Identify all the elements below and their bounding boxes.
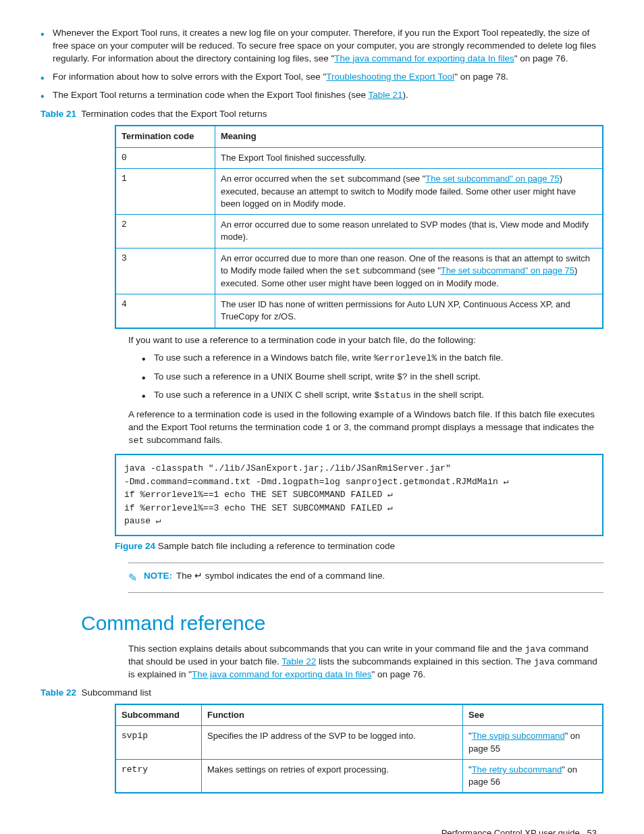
- inline-code: java: [534, 657, 555, 667]
- note-content: NOTE:The ↵ symbol indicates the end of a…: [144, 570, 385, 583]
- text: or: [331, 422, 344, 432]
- figure24-caption: Figure 24 Sample batch file including a …: [115, 540, 603, 553]
- td-func: Makes settings on retries of export proc…: [202, 759, 463, 793]
- td-meaning: An error occurred due to more than one r…: [215, 248, 603, 294]
- table21: Termination code Meaning 0 The Export To…: [115, 125, 603, 328]
- bullet-item: The Export Tool returns a termination co…: [41, 89, 603, 102]
- td-code: 3: [115, 248, 215, 294]
- bullet-item: To use such a reference in a Windows bat…: [142, 352, 603, 365]
- link-svpip[interactable]: The svpip subcommand: [472, 731, 565, 741]
- td-code: 4: [115, 294, 215, 328]
- table-title: Subcommand list: [82, 687, 152, 698]
- footer-title: Performance Control XP user guide: [441, 828, 580, 834]
- link-retry[interactable]: The retry subcommand: [472, 764, 562, 775]
- inline-code: set: [128, 436, 144, 446]
- td-code: 1: [115, 168, 215, 215]
- td-see: "The svpip subcommand" on page 55: [463, 726, 603, 759]
- bullet-text: ).: [403, 90, 408, 100]
- td-sub: svpip: [115, 726, 202, 759]
- table22: Subcommand Function See svpip Specifies …: [115, 704, 603, 793]
- inline-code: 3: [344, 423, 349, 433]
- note-text: The ↵ symbol indicates the end of a comm…: [176, 571, 385, 581]
- table-label: Table 22: [41, 687, 76, 698]
- note-box: ✎ NOTE:The ↵ symbol indicates the end of…: [128, 563, 603, 593]
- bullet-text: The Export Tool returns a termination co…: [53, 90, 369, 100]
- text: subcommand fails.: [144, 435, 222, 445]
- text: lists the subcommands explained in this …: [316, 656, 533, 667]
- link-table22[interactable]: Table 22: [281, 656, 316, 667]
- bullet-text: For information about how to solve error…: [53, 72, 326, 82]
- bullet-item: For information about how to solve error…: [41, 71, 603, 84]
- text: subcommand (see ": [346, 174, 426, 184]
- table22-caption: Table 22 Subcommand list: [41, 687, 603, 700]
- table-row: retry Makes settings on retries of expor…: [115, 759, 603, 793]
- inline-code: java: [525, 644, 546, 654]
- table-label: Table 21: [41, 109, 76, 119]
- text: An error occurred when the: [221, 174, 329, 184]
- bullet-item: To use such a reference in a UNIX C shel…: [142, 389, 603, 402]
- table-row: 4 The user ID has none of written permis…: [115, 294, 603, 328]
- inline-code: 1: [325, 423, 331, 433]
- table-header-row: Termination code Meaning: [115, 126, 603, 147]
- after-table-para: If you want to use a reference to a term…: [128, 334, 603, 347]
- figure-title: Sample batch file including a reference …: [158, 541, 395, 551]
- cmdref-para: This section explains details about subc…: [128, 643, 603, 681]
- text: This section explains details about subc…: [128, 644, 525, 654]
- table-row: 1 An error occurred when the set subcomm…: [115, 168, 603, 215]
- td-meaning: The user ID has none of written permissi…: [215, 294, 603, 328]
- td-see: "The retry subcommand" on page 56: [463, 759, 603, 793]
- td-meaning: The Export Tool finished successfully.: [215, 147, 603, 168]
- td-code: 2: [115, 215, 215, 248]
- link-java-cmd2[interactable]: The java command for exporting data In f…: [192, 669, 371, 679]
- link-set-subcommand[interactable]: The set subcommand" on page 75: [425, 174, 559, 184]
- note-label: NOTE:: [144, 571, 172, 581]
- link-table21[interactable]: Table 21: [369, 90, 403, 100]
- page-number: 53: [587, 828, 597, 834]
- code-sample: java -classpath "./lib/JSanExport.jar;./…: [115, 454, 603, 536]
- table21-caption: Table 21 Termination codes that the Expo…: [41, 108, 603, 121]
- bullet-text: " on page 78.: [454, 72, 508, 82]
- table-row: 2 An error occurred due to some reason u…: [115, 215, 603, 248]
- bullet-item: Whenever the Export Tool runs, it create…: [41, 27, 603, 66]
- td-sub: retry: [115, 759, 202, 793]
- table-row: 0 The Export Tool finished successfully.: [115, 147, 603, 168]
- table-title: Termination codes that the Export Tool r…: [81, 109, 267, 119]
- table-row: 3 An error occurred due to more than one…: [115, 248, 603, 294]
- figure-label: Figure 24: [115, 541, 155, 551]
- text: subcommand (see ": [360, 265, 441, 276]
- link-java-cmd[interactable]: The java command for exporting data In f…: [334, 53, 514, 63]
- td-meaning: An error occurred due to some reason unr…: [215, 215, 603, 248]
- page-footer: Performance Control XP user guide 53: [41, 827, 603, 834]
- th-code: Termination code: [115, 126, 215, 147]
- link-set-subcommand[interactable]: The set subcommand" on page 75: [441, 265, 574, 276]
- table-row: svpip Specifies the IP address of the SV…: [115, 726, 603, 759]
- inline-code: set: [329, 174, 345, 184]
- text: , the command prompt displays a message …: [349, 422, 594, 432]
- th-func: Function: [202, 704, 463, 726]
- td-code: 0: [115, 147, 215, 168]
- section-heading: Command reference: [81, 609, 603, 637]
- bullet-item: To use such a reference in a UNIX Bourne…: [142, 371, 603, 384]
- th-meaning: Meaning: [215, 126, 603, 147]
- inline-code: set: [345, 266, 360, 276]
- bullet-text: " on page 76.: [514, 53, 568, 63]
- td-func: Specifies the IP address of the SVP to b…: [202, 726, 463, 759]
- text: " on page 76.: [372, 669, 426, 679]
- link-troubleshooting[interactable]: Troubleshooting the Export Tool: [326, 72, 454, 82]
- intro-bullets: Whenever the Export Tool runs, it create…: [41, 27, 603, 101]
- ref-bullets: To use such a reference in a Windows bat…: [142, 352, 603, 402]
- example-para: A reference to a termination code is use…: [128, 409, 603, 447]
- td-meaning: An error occurred when the set subcomman…: [215, 168, 603, 215]
- th-see: See: [463, 704, 603, 726]
- note-icon: ✎: [128, 571, 137, 585]
- table-header-row: Subcommand Function See: [115, 704, 603, 726]
- th-sub: Subcommand: [115, 704, 202, 726]
